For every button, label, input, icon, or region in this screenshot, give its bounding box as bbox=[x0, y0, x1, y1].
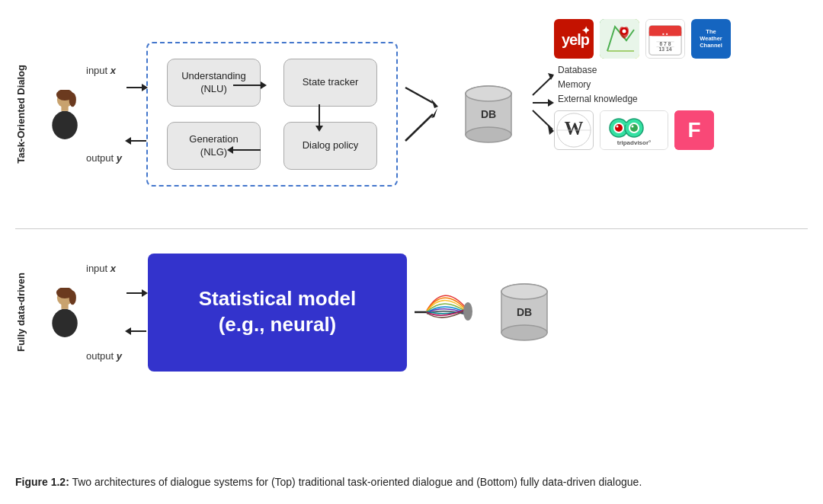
svg-text:F: F bbox=[687, 118, 700, 142]
svg-line-16 bbox=[405, 114, 433, 141]
db-top: DB bbox=[461, 80, 516, 148]
svg-point-55 bbox=[615, 124, 623, 132]
bottom-icon-row: W bbox=[554, 110, 714, 150]
svg-text:tripadvisor°: tripadvisor° bbox=[617, 139, 652, 146]
svg-point-60 bbox=[632, 125, 634, 127]
output-label-bottom: output y bbox=[86, 350, 122, 362]
tripadvisor-icon: tripadvisor° bbox=[600, 110, 668, 150]
svg-marker-72 bbox=[125, 327, 131, 335]
svg-text:13 14: 13 14 bbox=[659, 46, 672, 52]
svg-marker-8 bbox=[125, 137, 131, 145]
nlu-box: Understanding(NLU) bbox=[167, 59, 261, 107]
state-tracker-box: State tracker bbox=[283, 59, 377, 107]
svg-rect-68 bbox=[61, 303, 68, 308]
svg-point-35 bbox=[623, 30, 626, 33]
svg-marker-18 bbox=[431, 108, 437, 118]
input-label-top: input x bbox=[86, 65, 122, 76]
svg-point-3 bbox=[52, 110, 77, 139]
knowledge-area: yelp ✦ bbox=[554, 19, 731, 155]
avatar-top bbox=[44, 90, 86, 139]
weather-icon: The Weather Channel bbox=[691, 19, 731, 59]
top-side-label: Task-Oriented Dialog bbox=[15, 65, 38, 164]
top-section: Task-Oriented Dialog input x output y bbox=[15, 15, 808, 213]
svg-point-2 bbox=[69, 92, 76, 107]
nlg-box: Generation(NLG) bbox=[167, 122, 261, 170]
db-to-knowledge-arrows bbox=[531, 61, 554, 167]
bottom-section: Fully data-driven input x output y Stati… bbox=[15, 236, 808, 388]
svg-text:Weather: Weather bbox=[700, 35, 722, 42]
svg-line-24 bbox=[533, 76, 552, 95]
svg-point-78 bbox=[501, 284, 547, 299]
svg-text:6 7 8: 6 7 8 bbox=[660, 41, 671, 46]
bottom-side-label: Fully data-driven bbox=[15, 273, 38, 352]
box-to-db-arrows bbox=[404, 61, 446, 167]
svg-point-22 bbox=[466, 86, 511, 101]
foursquare-icon: F bbox=[674, 110, 714, 150]
db-cylinder-top: DB bbox=[461, 80, 516, 148]
svg-point-21 bbox=[466, 127, 511, 142]
db-bottom: DB bbox=[497, 278, 552, 346]
svg-point-66 bbox=[69, 290, 76, 305]
input-output-arrows-top bbox=[125, 61, 148, 167]
svg-text:DB: DB bbox=[517, 306, 532, 318]
svg-text:DB: DB bbox=[481, 108, 496, 120]
knowledge-text: Database Memory External knowledge bbox=[558, 63, 638, 107]
svg-text:✦: ✦ bbox=[581, 24, 589, 37]
svg-text:▪ ▪: ▪ ▪ bbox=[662, 30, 668, 37]
avatar-bottom bbox=[44, 288, 86, 337]
main-container: Task-Oriented Dialog input x output y bbox=[0, 0, 823, 504]
svg-point-56 bbox=[616, 125, 619, 127]
io-labels-top: input x output y bbox=[86, 65, 122, 164]
dialog-policy-box: Dialog policy bbox=[283, 122, 377, 170]
yelp-icon: yelp ✦ bbox=[554, 19, 594, 59]
svg-line-28 bbox=[533, 110, 552, 129]
input-label-bottom: input x bbox=[86, 263, 122, 274]
maps-icon bbox=[600, 19, 639, 59]
stat-model-box: Statistical model (e.g., neural) bbox=[148, 254, 407, 372]
wikipedia-icon: W bbox=[554, 110, 594, 150]
output-label-top: output y bbox=[86, 152, 122, 164]
svg-point-77 bbox=[501, 325, 547, 340]
svg-marker-70 bbox=[142, 289, 148, 297]
svg-text:The: The bbox=[706, 28, 716, 35]
svg-text:Channel: Channel bbox=[700, 42, 722, 49]
svg-point-67 bbox=[52, 308, 77, 337]
calendar-icon: ▪ ▪ 6 7 8 13 14 bbox=[645, 19, 685, 59]
svg-text:W: W bbox=[565, 117, 584, 138]
svg-rect-33 bbox=[600, 19, 639, 59]
top-icon-row: yelp ✦ bbox=[554, 19, 731, 59]
input-output-arrows-bottom bbox=[125, 266, 148, 358]
stat-model-to-db-arrow bbox=[413, 266, 482, 358]
svg-marker-27 bbox=[548, 99, 554, 107]
section-divider bbox=[15, 228, 808, 229]
io-labels-bottom: input x output y bbox=[86, 263, 122, 362]
dashed-box: Understanding(NLU) State tracker Generat… bbox=[146, 42, 398, 187]
figure-caption: Figure 1.2: Two architectures of dialogu… bbox=[15, 474, 808, 490]
svg-point-74 bbox=[463, 302, 472, 321]
db-cylinder-bottom: DB bbox=[497, 278, 552, 346]
svg-rect-4 bbox=[61, 105, 68, 110]
svg-marker-10 bbox=[261, 81, 267, 89]
svg-point-59 bbox=[630, 124, 638, 132]
svg-line-15 bbox=[405, 88, 433, 103]
